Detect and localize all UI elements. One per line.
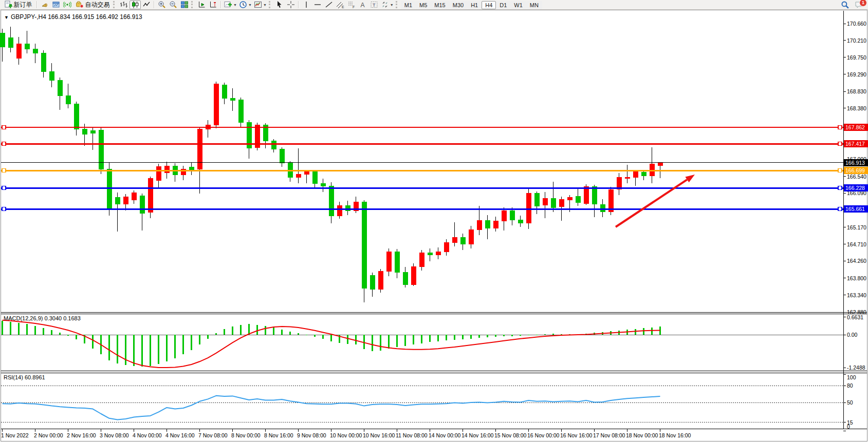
trendline-button[interactable] <box>323 1 335 9</box>
svg-text:165.170: 165.170 <box>847 224 866 230</box>
chart-title: ▼GBPJPY-,H4 166.834 166.915 166.492 166.… <box>4 13 142 21</box>
timeframe-M5[interactable]: M5 <box>416 1 431 9</box>
timeframe-D1[interactable]: D1 <box>496 1 510 9</box>
candlestick-chart-button[interactable] <box>130 1 141 9</box>
vertical-line-button[interactable] <box>301 1 312 9</box>
text-label-button[interactable]: T <box>368 1 380 9</box>
timeframe-W1[interactable]: W1 <box>510 1 526 9</box>
autotrading-button[interactable]: 自动交易 <box>73 1 112 9</box>
autotrading-icon <box>76 1 84 9</box>
svg-text:15 Nov 08:00: 15 Nov 08:00 <box>494 432 527 438</box>
text-button[interactable]: A <box>357 1 368 9</box>
timeframe-H4[interactable]: H4 <box>482 1 496 9</box>
indicators-button[interactable]: ▼ <box>223 1 238 9</box>
horizontal-line-icon <box>313 1 322 9</box>
notifications-button[interactable]: 1 <box>854 1 865 9</box>
dropdown-arrow-icon: ▼ <box>248 3 252 7</box>
svg-text:3 Nov 08:00: 3 Nov 08:00 <box>100 432 129 438</box>
separator <box>220 1 221 8</box>
dropdown-arrow-icon: ▼ <box>263 3 267 7</box>
svg-text:168.830: 168.830 <box>847 88 866 94</box>
timeframe-M1[interactable]: M1 <box>401 1 416 9</box>
window-frame <box>0 10 868 442</box>
svg-text:8 Nov 00:00: 8 Nov 00:00 <box>231 432 261 438</box>
symbol-dropdown-icon: ▼ <box>4 15 9 20</box>
tile-windows-button[interactable] <box>179 1 190 9</box>
bar-chart-icon <box>120 1 128 9</box>
channel-icon: E <box>336 1 344 9</box>
new-order-button[interactable]: 新订单 <box>1 1 35 9</box>
rsi-indicator-label: RSI(14) 60.8961 <box>4 374 45 380</box>
text-icon: A <box>359 1 367 9</box>
toolbar-grip <box>113 1 116 8</box>
svg-text:2 Nov 00:00: 2 Nov 00:00 <box>34 432 63 438</box>
svg-text:F: F <box>353 5 355 9</box>
fibonacci-button[interactable]: F <box>346 1 357 9</box>
auto-scroll-button[interactable] <box>196 1 208 9</box>
separator <box>36 1 38 8</box>
megaphone-icon <box>41 1 49 9</box>
svg-text:16 Nov 16:00: 16 Nov 16:00 <box>560 432 593 438</box>
timeframe-M15[interactable]: M15 <box>431 1 449 9</box>
profile-window-icon <box>52 1 60 9</box>
new-order-label: 新订单 <box>14 1 32 9</box>
toolbar-grip <box>269 1 272 8</box>
svg-text:165.661: 165.661 <box>845 206 865 212</box>
bar-chart-button[interactable] <box>118 1 130 9</box>
zoom-out-button[interactable] <box>168 1 179 9</box>
fibonacci-icon: F <box>347 1 356 9</box>
trendline-icon <box>325 1 333 9</box>
signals-button[interactable] <box>62 1 73 9</box>
svg-text:166.540: 166.540 <box>847 174 866 180</box>
svg-text:170.210: 170.210 <box>847 37 866 44</box>
vertical-line-icon <box>302 1 310 9</box>
svg-text:166.228: 166.228 <box>845 185 865 191</box>
chart-canvas[interactable]: 170.660170.210169.750169.290168.830168.3… <box>0 0 868 442</box>
svg-text:18 Nov 00:00: 18 Nov 00:00 <box>626 432 658 438</box>
periods-button[interactable]: ▼ <box>238 1 253 9</box>
svg-text:14 Nov 16:00: 14 Nov 16:00 <box>461 432 494 438</box>
chart-shift-button[interactable] <box>208 1 219 9</box>
svg-text:16 Nov 00:00: 16 Nov 00:00 <box>527 432 560 438</box>
crosshair-icon <box>287 1 295 9</box>
crosshair-button[interactable] <box>285 1 297 9</box>
svg-text:100: 100 <box>847 374 856 380</box>
auto-scroll-icon <box>198 1 206 9</box>
svg-text:4 Nov 00:00: 4 Nov 00:00 <box>133 432 162 438</box>
svg-text:163.340: 163.340 <box>847 292 866 298</box>
svg-text:169.290: 169.290 <box>847 71 866 78</box>
channel-button[interactable]: E <box>335 1 346 9</box>
zoom-in-icon <box>158 1 166 9</box>
profiles-button[interactable] <box>50 1 62 9</box>
timeframe-H1[interactable]: H1 <box>467 1 482 9</box>
toolbar-grip <box>191 1 194 8</box>
horizontal-line-button[interactable] <box>312 1 323 9</box>
svg-text:169.750: 169.750 <box>847 54 866 61</box>
cursor-icon <box>275 1 284 9</box>
megaphone-button[interactable] <box>39 1 50 9</box>
line-chart-icon <box>142 1 151 9</box>
timeframe-M30[interactable]: M30 <box>449 1 467 9</box>
signal-icon <box>63 1 71 9</box>
svg-text:17 Nov 08:00: 17 Nov 08:00 <box>593 432 625 438</box>
search-button[interactable] <box>839 1 851 9</box>
svg-text:T: T <box>373 3 376 8</box>
svg-text:2 Nov 16:00: 2 Nov 16:00 <box>67 432 96 438</box>
autotrading-label: 自动交易 <box>85 1 110 9</box>
new-order-icon <box>4 1 12 9</box>
cursor-button[interactable] <box>274 1 285 9</box>
search-icon <box>841 1 849 9</box>
svg-text:14 Nov 00:00: 14 Nov 00:00 <box>429 432 461 438</box>
svg-text:80: 80 <box>847 382 853 389</box>
toolbar-right-group: 1 <box>839 1 865 9</box>
timeframe-MN[interactable]: MN <box>526 1 542 9</box>
line-chart-button[interactable] <box>141 1 152 9</box>
templates-button[interactable]: ▼ <box>253 1 268 9</box>
zoom-in-button[interactable] <box>156 1 168 9</box>
arrows-button[interactable]: ▼ <box>380 1 395 9</box>
zoom-out-icon <box>169 1 177 9</box>
svg-text:167.862: 167.862 <box>845 124 865 130</box>
svg-text:168.380: 168.380 <box>847 105 866 111</box>
svg-text:166.913: 166.913 <box>845 160 865 166</box>
candlestick-chart-icon <box>131 1 139 9</box>
